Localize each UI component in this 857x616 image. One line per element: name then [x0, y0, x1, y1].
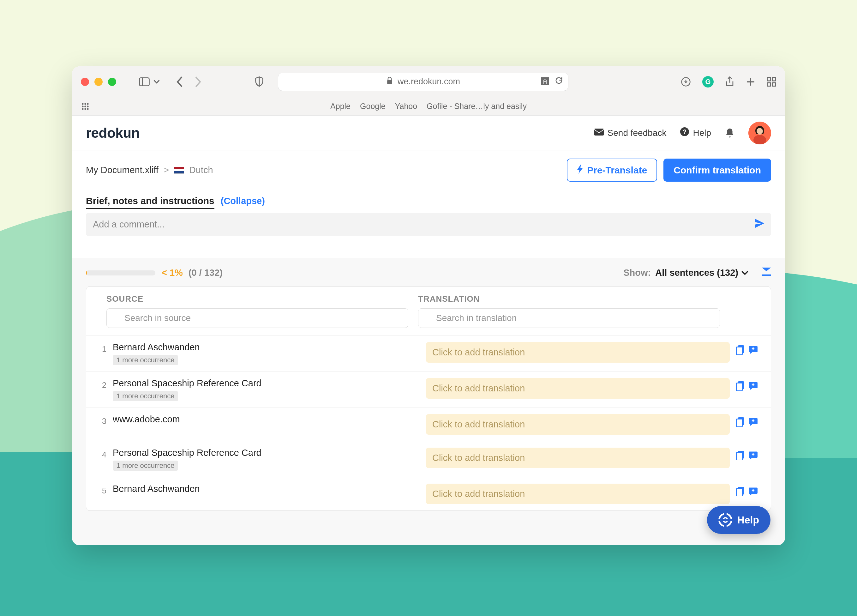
translation-input[interactable]: Click to add translation	[426, 484, 730, 504]
add-comment-icon[interactable]	[749, 382, 758, 392]
envelope-icon	[594, 128, 604, 138]
table-row: 2 Personal Spaceship Reference Card 1 mo…	[86, 371, 771, 407]
content-area: < 1% (0 / 132) Show: All sentences (132)…	[72, 258, 785, 545]
chevron-down-icon	[741, 271, 749, 275]
row-number: 5	[96, 484, 107, 495]
sidebar-toggle-icon[interactable]	[139, 77, 150, 86]
collapse-link[interactable]: (Collapse)	[221, 196, 265, 206]
source-text: www.adobe.com	[113, 414, 416, 424]
privacy-shield-icon[interactable]	[255, 76, 264, 87]
copy-source-icon[interactable]	[736, 487, 744, 498]
bookmark-link[interactable]: Apple	[330, 102, 351, 111]
maximize-window-button[interactable]	[108, 78, 116, 86]
add-comment-icon[interactable]	[749, 451, 758, 461]
svg-rect-2	[387, 80, 392, 84]
row-number: 2	[96, 378, 107, 390]
close-window-button[interactable]	[81, 78, 89, 86]
brief-section: Brief, notes and instructions (Collapse)…	[72, 190, 785, 236]
forward-button[interactable]	[195, 76, 201, 87]
apps-grid-icon[interactable]	[82, 103, 89, 110]
table-row: 3 www.adobe.com Click to add translation	[86, 407, 771, 441]
table-row: 4 Personal Spaceship Reference Card 1 mo…	[86, 441, 771, 477]
translation-cell: Click to add translation	[426, 378, 736, 399]
tabs-grid-icon[interactable]	[767, 77, 776, 87]
source-text: Personal Spaceship Reference Card	[113, 447, 416, 458]
source-cell: Bernard Aschwanden	[107, 484, 426, 497]
bookmark-link[interactable]: Yahoo	[395, 102, 417, 111]
translation-search-input[interactable]	[418, 308, 720, 328]
source-search-input[interactable]	[107, 308, 408, 328]
translate-icon[interactable]: 🅰︎	[541, 77, 549, 87]
table-row: 1 Bernard Aschwanden 1 more occurrence C…	[86, 336, 771, 371]
table-row: 5 Bernard Aschwanden Click to add transl…	[86, 477, 771, 511]
url-bar[interactable]: we.redokun.com 🅰︎	[278, 73, 568, 91]
new-tab-icon[interactable]	[746, 77, 755, 87]
chevron-down-icon[interactable]	[153, 80, 160, 84]
bookmark-link[interactable]: Gofile - Share…ly and easily	[427, 102, 527, 111]
downloads-icon[interactable]	[681, 77, 691, 87]
progress-percent: < 1%	[162, 268, 183, 278]
reload-icon[interactable]	[555, 76, 563, 87]
source-cell: www.adobe.com	[107, 414, 426, 427]
stats-row: < 1% (0 / 132) Show: All sentences (132)	[86, 268, 771, 278]
bookmark-link[interactable]: Google	[360, 102, 385, 111]
help-bubble[interactable]: Help	[707, 506, 770, 534]
translation-input[interactable]: Click to add translation	[426, 414, 730, 435]
progress-counts: (0 / 132)	[189, 268, 223, 278]
copy-source-icon[interactable]	[736, 417, 744, 428]
confirm-translation-button[interactable]: Confirm translation	[664, 159, 771, 182]
row-number: 4	[96, 447, 107, 459]
logo[interactable]: redokun	[86, 125, 139, 141]
pre-translate-button[interactable]: Pre-Translate	[567, 159, 657, 182]
svg-point-15	[84, 108, 86, 110]
comment-input[interactable]: Add a comment...	[86, 213, 771, 236]
confirm-translation-label: Confirm translation	[673, 165, 761, 176]
browser-chrome: we.redokun.com 🅰︎ G	[72, 67, 785, 97]
share-icon[interactable]	[725, 76, 735, 87]
svg-rect-17	[594, 128, 604, 136]
traffic-lights	[81, 78, 116, 86]
occurrence-badge[interactable]: 1 more occurrence	[113, 461, 178, 471]
notifications-icon[interactable]	[725, 128, 735, 138]
copy-source-icon[interactable]	[736, 345, 744, 356]
bolt-icon	[577, 164, 584, 176]
help-link[interactable]: ? Help	[680, 127, 711, 138]
translation-grid: SOURCE TRANSLATION	[86, 286, 771, 511]
translation-cell: Click to add translation	[426, 447, 736, 468]
translation-input[interactable]: Click to add translation	[426, 378, 730, 399]
add-comment-icon[interactable]	[749, 418, 758, 427]
copy-source-icon[interactable]	[736, 451, 744, 461]
add-comment-icon[interactable]	[749, 488, 758, 497]
translation-input[interactable]: Click to add translation	[426, 447, 730, 468]
svg-point-22	[756, 128, 763, 134]
help-label: Help	[693, 128, 711, 138]
bookmarks-bar: Apple Google Yahoo Gofile - Share…ly and…	[72, 97, 785, 116]
send-icon[interactable]	[755, 218, 764, 230]
svg-rect-33	[736, 452, 743, 460]
grammarly-icon[interactable]: G	[702, 76, 714, 88]
svg-point-11	[82, 105, 84, 107]
minimize-window-button[interactable]	[94, 78, 103, 86]
copy-source-icon[interactable]	[736, 381, 744, 392]
row-number: 3	[96, 414, 107, 426]
brief-title: Brief, notes and instructions	[86, 195, 214, 209]
send-feedback-link[interactable]: Send feedback	[594, 128, 667, 138]
svg-point-8	[82, 103, 84, 105]
translation-input[interactable]: Click to add translation	[426, 342, 730, 363]
comment-placeholder: Add a comment...	[93, 219, 164, 230]
source-cell: Personal Spaceship Reference Card 1 more…	[107, 447, 426, 471]
collapse-all-icon[interactable]	[762, 268, 771, 278]
svg-text:?: ?	[683, 128, 687, 135]
progress-bar	[86, 271, 155, 275]
back-button[interactable]	[176, 76, 183, 87]
filter-dropdown[interactable]: All sentences (132)	[655, 268, 749, 278]
occurrence-badge[interactable]: 1 more occurrence	[113, 391, 178, 401]
svg-rect-5	[772, 77, 776, 81]
language-name: Dutch	[189, 165, 213, 175]
avatar[interactable]	[749, 122, 771, 144]
add-comment-icon[interactable]	[749, 346, 758, 355]
source-text: Bernard Aschwanden	[113, 484, 416, 494]
life-ring-icon	[718, 513, 732, 527]
occurrence-badge[interactable]: 1 more occurrence	[113, 355, 178, 365]
document-name[interactable]: My Document.xliff	[86, 165, 159, 175]
